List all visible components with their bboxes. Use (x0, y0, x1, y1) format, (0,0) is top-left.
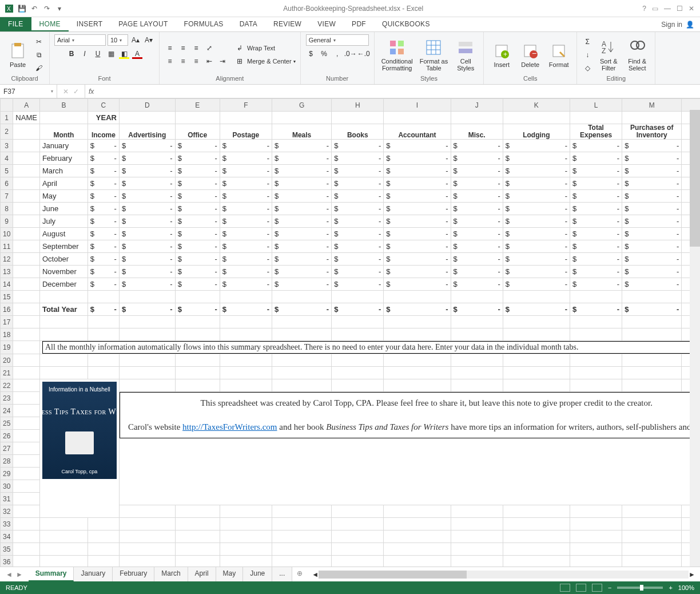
cell[interactable] (175, 112, 220, 124)
tab-quickbooks[interactable]: QuickBooks (374, 17, 438, 31)
sheet-tab-may[interactable]: May (216, 567, 244, 581)
cell[interactable] (119, 379, 175, 392)
cell[interactable] (622, 291, 682, 303)
cell[interactable] (119, 543, 175, 556)
cell[interactable] (570, 505, 622, 518)
cell[interactable]: $- (570, 266, 622, 278)
cell[interactable] (451, 530, 503, 543)
cell[interactable] (13, 417, 40, 430)
cell-month[interactable]: May (39, 190, 88, 203)
help-icon[interactable]: ? (642, 5, 646, 13)
cell[interactable] (13, 278, 40, 291)
row-header-31[interactable]: 31 (1, 493, 13, 505)
cell[interactable] (175, 328, 220, 341)
cell[interactable] (384, 354, 451, 367)
cell[interactable]: $- (384, 303, 451, 316)
cell[interactable] (451, 367, 503, 379)
name-box[interactable]: F37▾ (0, 85, 57, 98)
cell[interactable]: $- (88, 278, 119, 291)
cell[interactable]: $- (332, 253, 384, 266)
cell[interactable] (384, 112, 451, 124)
cell[interactable] (220, 556, 272, 567)
close-icon[interactable]: ✕ (689, 5, 694, 13)
cell[interactable]: $- (570, 215, 622, 228)
cell[interactable]: $- (384, 266, 451, 278)
cell[interactable] (384, 328, 451, 341)
col-header-I[interactable]: I (384, 99, 451, 112)
cell[interactable]: $- (88, 152, 119, 165)
cell[interactable] (220, 379, 272, 392)
cell[interactable] (119, 328, 175, 341)
align-right-icon[interactable]: ≡ (190, 56, 202, 67)
cell[interactable]: $- (570, 140, 622, 152)
cell[interactable]: $- (503, 215, 570, 228)
cell[interactable]: $- (384, 203, 451, 215)
cell-month[interactable]: March (39, 165, 88, 177)
cell-month[interactable]: January (39, 140, 88, 152)
cell[interactable]: $- (570, 240, 622, 253)
cell[interactable] (119, 112, 175, 124)
cell[interactable]: $- (503, 177, 570, 190)
cell[interactable] (332, 354, 384, 367)
fill-icon[interactable]: ↓ (582, 49, 593, 61)
ribbon-options-icon[interactable]: ▭ (652, 5, 658, 13)
row-header-36[interactable]: 36 (1, 556, 13, 567)
row-header-28[interactable]: 28 (1, 455, 13, 468)
col-title[interactable]: Income (88, 124, 119, 140)
comma-icon[interactable]: , (332, 48, 343, 60)
formula-input[interactable] (97, 85, 700, 98)
row-header-34[interactable]: 34 (1, 530, 13, 543)
cell[interactable]: $- (175, 165, 220, 177)
cell[interactable] (220, 354, 272, 367)
row-header-20[interactable]: 20 (1, 354, 13, 367)
cell[interactable] (13, 203, 40, 215)
row-header-35[interactable]: 35 (1, 543, 13, 556)
col-title[interactable]: Month (39, 124, 88, 140)
cell[interactable] (39, 556, 88, 567)
cell[interactable] (451, 518, 503, 530)
cell[interactable] (88, 316, 119, 328)
cell[interactable]: $- (622, 240, 682, 253)
cell[interactable]: $- (88, 266, 119, 278)
cell[interactable] (39, 543, 88, 556)
align-center-icon[interactable]: ≡ (177, 56, 189, 67)
cell[interactable]: $- (503, 228, 570, 240)
cell[interactable] (570, 354, 622, 367)
col-header-A[interactable]: A (13, 99, 40, 112)
book-cover-cell[interactable]: Information in a NutshellBusiness Tips T… (39, 379, 119, 518)
fill-color-icon[interactable]: ◧ (118, 48, 130, 60)
cell[interactable]: $- (503, 303, 570, 316)
cell[interactable] (88, 354, 119, 367)
row-header-7[interactable]: 7 (1, 190, 13, 203)
enter-formula-icon[interactable]: ✓ (73, 88, 79, 96)
cell[interactable]: $- (451, 278, 503, 291)
cell[interactable]: $- (570, 278, 622, 291)
cell[interactable]: $- (332, 303, 384, 316)
sheet-tab-march[interactable]: March (154, 567, 188, 581)
cell[interactable] (570, 367, 622, 379)
cell[interactable]: $- (503, 253, 570, 266)
cell[interactable] (332, 316, 384, 328)
cell[interactable]: $- (332, 240, 384, 253)
cell[interactable]: $- (272, 228, 331, 240)
cell[interactable] (88, 518, 119, 530)
cell[interactable] (272, 112, 331, 124)
cell[interactable]: $- (88, 215, 119, 228)
cell[interactable]: $- (220, 177, 272, 190)
cell[interactable]: $- (272, 266, 331, 278)
tab-insert[interactable]: INSERT (69, 17, 111, 31)
cell[interactable]: $- (175, 177, 220, 190)
cell[interactable] (13, 543, 40, 556)
cell[interactable]: $- (175, 203, 220, 215)
cell[interactable]: $- (175, 266, 220, 278)
row-header-2[interactable]: 2 (1, 124, 13, 140)
cell[interactable] (503, 112, 570, 124)
row-header-19[interactable]: 19 (1, 341, 13, 354)
tab-home[interactable]: HOME (31, 17, 69, 31)
cell[interactable] (451, 354, 503, 367)
cell[interactable] (39, 354, 88, 367)
cell[interactable]: $- (503, 278, 570, 291)
cell[interactable]: $- (175, 240, 220, 253)
row-header-12[interactable]: 12 (1, 253, 13, 266)
cell[interactable] (451, 112, 503, 124)
